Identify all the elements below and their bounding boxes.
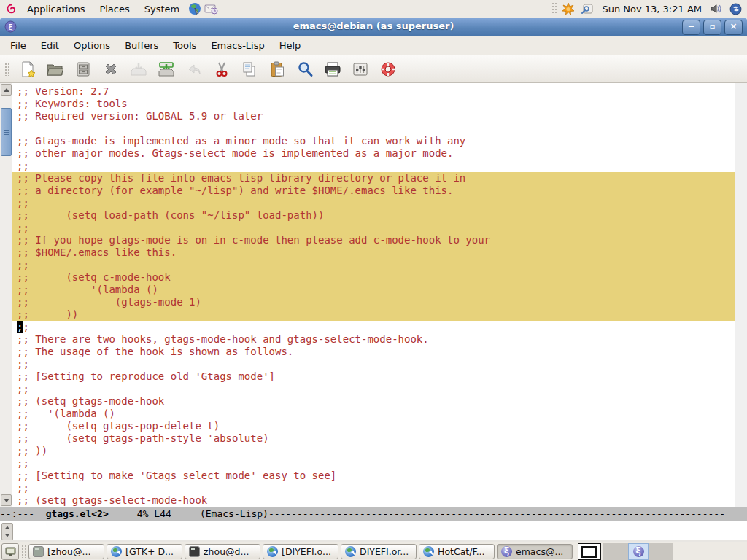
scrollbar-thumb[interactable]: [1, 108, 12, 156]
buffer-line: ;; a directory (for example "~/lisp") an…: [12, 184, 735, 197]
toolbar-drag-handle[interactable]: [4, 63, 9, 76]
taskbar-button[interactable]: [zhou@...: [28, 544, 104, 559]
workspace-switcher[interactable]: [578, 543, 601, 560]
search-icon[interactable]: [295, 59, 314, 79]
buffer-line: ;; If you hope gtags-mode is on in c-mod…: [12, 234, 735, 246]
help-icon[interactable]: [378, 59, 398, 79]
buffer-line: ;; $HOME/.emacs like this.: [12, 246, 735, 259]
undo-icon-disabled[interactable]: [184, 59, 204, 79]
buffer-text[interactable]: ;; Version: 2.7;; Keywords: tools;; Requ…: [12, 83, 735, 507]
modeline-stats: 4% L44: [109, 508, 200, 519]
modeline-dashes: ----------------------------------------…: [268, 508, 725, 519]
minibuffer[interactable]: [0, 521, 747, 540]
menu-applications[interactable]: Applications: [20, 1, 91, 17]
modeline[interactable]: --:--- gtags.el<2> 4% L44 (Emacs-Lisp)--…: [0, 507, 747, 521]
buffer-line: ;;: [12, 259, 735, 271]
browser-icon: [267, 546, 278, 557]
titlebar[interactable]: ξ emacs@debian (as superuser) − ▫ ×: [0, 18, 747, 36]
panel-clock[interactable]: Sun Nov 13, 3:21 AM: [599, 4, 705, 15]
buffer-line: ;; Version: 2.7: [12, 85, 735, 98]
taskbar-button[interactable]: emacs@...: [497, 544, 573, 559]
taskbar-drag-handle[interactable]: [21, 545, 26, 558]
cut-icon[interactable]: [212, 59, 231, 79]
user-switcher-icon[interactable]: [728, 1, 743, 16]
buffer-line: ;;: [12, 358, 735, 370]
emacs-icon: [501, 546, 512, 557]
browser-launcher-icon[interactable]: [187, 1, 202, 16]
buffer-line: ;; (setq gtags-path-style 'absolute): [12, 432, 735, 445]
buffer-line: ;;: [12, 222, 735, 234]
minimize-button[interactable]: −: [682, 20, 700, 35]
menu-system[interactable]: System: [138, 1, 186, 17]
browser-icon: [345, 546, 356, 557]
taskbar-button[interactable]: DIYEFI.or...: [341, 544, 417, 559]
buffer-line: ;; (setq gtags-mode-hook: [12, 395, 735, 408]
taskbar-button[interactable]: zhou@d...: [185, 544, 260, 559]
tray-emacs-icon[interactable]: [628, 543, 649, 560]
menu-buffers[interactable]: Buffers: [117, 37, 166, 54]
window-title: emacs@debian (as superuser): [0, 20, 747, 31]
menu-options[interactable]: Options: [66, 37, 117, 54]
menu-tools[interactable]: Tools: [166, 37, 204, 54]
emacs-window: ξ emacs@debian (as superuser) − ▫ × File…: [0, 18, 747, 540]
buffer-line: ;;: [12, 383, 735, 395]
save-buffer-icon-disabled[interactable]: [128, 59, 148, 79]
buffer-line: ;;: [12, 197, 735, 209]
buffer-line: ;;: [12, 160, 735, 172]
scroll-up-arrow-icon[interactable]: [1, 84, 12, 96]
buffer-line: ;; There are two hooks, gtags-mode-hook …: [12, 333, 735, 346]
top-panel: Applications Places System Sun Nov 13, 3…: [0, 0, 747, 18]
right-margin: [735, 83, 747, 507]
menu-file[interactable]: File: [3, 37, 34, 54]
menu-places[interactable]: Places: [93, 1, 136, 17]
taskbar-button[interactable]: [GTK+ D...: [107, 544, 182, 559]
update-notifier-icon[interactable]: [561, 1, 576, 16]
scroll-down-arrow-icon[interactable]: [1, 494, 12, 506]
taskbar-button-label: zhou@d...: [204, 546, 249, 557]
maximize-button[interactable]: ▫: [703, 20, 721, 35]
buffer-line: ;; (setq load-path (cons "~/lisp" load-p…: [12, 209, 735, 222]
menu-help[interactable]: Help: [272, 37, 309, 54]
directory-icon[interactable]: [73, 59, 93, 79]
taskbar-button[interactable]: HotCat/F...: [419, 544, 495, 559]
taskbar-button-label: [GTK+ D...: [125, 546, 174, 557]
save-as-icon[interactable]: [156, 59, 176, 79]
buffer-line: ;; )): [12, 445, 735, 457]
buffer-line: ;;: [12, 457, 735, 470]
preferences-icon[interactable]: [350, 59, 370, 79]
buffer-line: ;; (setq gtags-pop-delete t): [12, 420, 735, 432]
terminal-lite-icon: [33, 546, 44, 557]
print-icon[interactable]: [322, 59, 342, 79]
toolbar: [0, 55, 747, 83]
mail-launcher-icon[interactable]: [204, 1, 218, 16]
buffer-line: [12, 122, 735, 135]
new-file-icon[interactable]: [18, 59, 37, 79]
screenshot-tool-icon[interactable]: [580, 1, 595, 16]
panel-drag-handle[interactable]: [551, 2, 557, 15]
text-cursor: ;: [17, 321, 23, 332]
menu-emacs-lisp[interactable]: Emacs-Lisp: [204, 37, 271, 54]
volume-icon[interactable]: [709, 1, 724, 16]
buffer-line: ;;: [12, 321, 735, 333]
taskbar-button[interactable]: [DIYEFI.o...: [263, 544, 338, 559]
close-buffer-icon[interactable]: [101, 59, 120, 79]
buffer-line: ;; other major modes. Gtags-select mode …: [12, 147, 735, 160]
buffer-line: ;; (gtags-mode 1): [12, 296, 735, 308]
close-button[interactable]: ×: [724, 20, 743, 35]
modeline-major-mode: (Emacs-Lisp): [200, 508, 268, 519]
menu-edit[interactable]: Edit: [34, 37, 66, 54]
browser-icon: [423, 546, 434, 557]
taskbar-button-label: emacs@...: [516, 546, 563, 557]
taskbar-button-label: DIYEFI.or...: [360, 546, 409, 557]
copy-icon[interactable]: [239, 59, 259, 79]
buffer-line: ;; Gtags-mode is implemented as a minor …: [12, 135, 735, 147]
debian-logo-icon[interactable]: [4, 1, 19, 16]
minibuffer-scroll-stub[interactable]: [1, 523, 13, 540]
edit-area: ;; Version: 2.7;; Keywords: tools;; Requ…: [0, 83, 747, 507]
open-file-icon[interactable]: [45, 59, 65, 79]
vertical-scrollbar[interactable]: [0, 83, 12, 507]
show-desktop-button[interactable]: [1, 543, 19, 560]
buffer-line: ;; Keywords: tools: [12, 98, 735, 110]
paste-icon[interactable]: [267, 59, 287, 79]
menubar: File Edit Options Buffers Tools Emacs-Li…: [0, 36, 747, 55]
